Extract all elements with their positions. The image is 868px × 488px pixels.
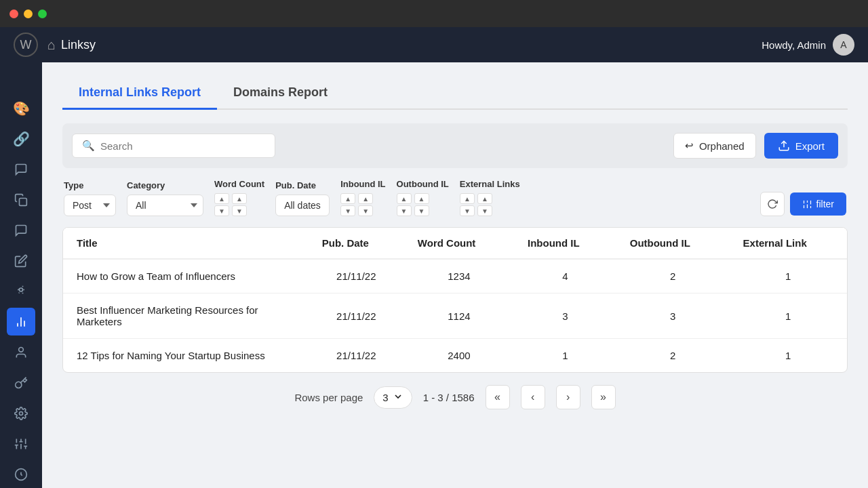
sidebar-item-pencil[interactable]	[7, 247, 35, 275]
inbound-down-2[interactable]: ▼	[358, 205, 373, 216]
topbar-right: Howdy, Admin A	[762, 34, 854, 56]
word-count-up[interactable]: ▲	[214, 193, 229, 204]
minimize-button[interactable]	[24, 9, 33, 18]
col-pub-date: Pub. Date	[309, 228, 404, 259]
external-up-2[interactable]: ▲	[477, 193, 492, 204]
sidebar-item-copy[interactable]	[7, 186, 35, 214]
rows-per-page-value: 3	[382, 392, 388, 403]
external-down[interactable]: ▼	[460, 205, 475, 216]
svg-rect-0	[20, 199, 27, 206]
pagination-bar: Rows per page 3 1 - 3 / 1586 « ‹ › »	[62, 373, 848, 412]
sidebar: 🎨 🔗	[0, 27, 42, 488]
category-select[interactable]: All Category 1	[127, 195, 203, 216]
cell-pub-date-2: 21/11/22	[309, 339, 404, 373]
pub-date-select[interactable]: All dates	[275, 195, 330, 216]
filter-type: Type Post Page	[64, 180, 116, 216]
sidebar-item-key[interactable]	[7, 369, 35, 396]
cell-external-0: 1	[730, 259, 847, 293]
maximize-button[interactable]	[38, 9, 47, 18]
cell-pub-date-0: 21/11/22	[309, 259, 404, 293]
outbound-up-2[interactable]: ▲	[414, 193, 429, 204]
inbound-up[interactable]: ▲	[340, 193, 355, 204]
external-down-2[interactable]: ▼	[477, 205, 492, 216]
prev-page-button[interactable]: ‹	[521, 385, 545, 409]
col-inbound-il: Inbound IL	[514, 228, 616, 259]
filter-outbound: Outbound IL ▲ ▼ ▲ ▼	[397, 179, 449, 216]
inbound-label: Inbound IL	[340, 179, 385, 189]
export-label: Export	[795, 140, 825, 152]
col-word-count: Word Count	[404, 228, 514, 259]
tabs: Internal Links Report Domains Report	[62, 79, 848, 110]
outbound-down-2[interactable]: ▼	[414, 205, 429, 216]
outbound-up[interactable]: ▲	[397, 193, 412, 204]
sidebar-item-palette[interactable]: 🎨	[7, 95, 35, 123]
word-count-up-2[interactable]: ▲	[232, 193, 247, 204]
search-box[interactable]: 🔍	[72, 134, 275, 158]
outbound-label: Outbound IL	[397, 179, 449, 189]
table-header-row: Title Pub. Date Word Count Inbound IL Ou…	[63, 228, 847, 259]
orphaned-button[interactable]: ↩ Orphaned	[673, 133, 756, 159]
rpp-chevron-icon	[393, 391, 403, 404]
sidebar-item-settings[interactable]	[7, 399, 35, 427]
export-icon	[778, 140, 790, 152]
first-page-button[interactable]: «	[486, 385, 510, 409]
cell-word-count-2: 2400	[404, 339, 514, 373]
col-title: Title	[63, 228, 309, 259]
inbound-down[interactable]: ▼	[340, 205, 355, 216]
topbar: W ⌂ Linksy Howdy, Admin A	[0, 27, 868, 62]
table-row[interactable]: 12 Tips for Naming Your Startup Business…	[63, 339, 847, 373]
cell-title-2: 12 Tips for Naming Your Startup Business	[63, 339, 309, 373]
word-count-down[interactable]: ▼	[214, 205, 229, 216]
cell-pub-date-1: 21/11/22	[309, 293, 404, 339]
sidebar-item-sliders[interactable]	[7, 430, 35, 458]
external-up[interactable]: ▲	[460, 193, 475, 204]
last-page-button[interactable]: »	[591, 385, 616, 409]
sidebar-item-chart[interactable]	[7, 308, 35, 336]
filter-pub-date: Pub. Date All dates	[275, 180, 330, 216]
rows-per-page-select[interactable]: 3	[374, 386, 412, 409]
filter-category: Category All Category 1	[127, 180, 203, 216]
cell-title-0: How to Grow a Team of Influencers	[63, 259, 309, 293]
table-row[interactable]: Best Influencer Marketing Resources for …	[63, 293, 847, 339]
sidebar-item-magic[interactable]	[7, 278, 35, 306]
avatar[interactable]: A	[833, 34, 854, 56]
type-select[interactable]: Post Page	[64, 195, 116, 216]
reset-button[interactable]	[760, 192, 785, 216]
filter-inbound: Inbound IL ▲ ▼ ▲ ▼	[340, 179, 385, 216]
tab-internal-links[interactable]: Internal Links Report	[62, 79, 217, 110]
pub-date-label: Pub. Date	[275, 180, 330, 190]
app-name: ⌂ Linksy	[47, 37, 96, 53]
cell-inbound-1: 3	[514, 293, 616, 339]
external-label: External Links	[460, 179, 520, 189]
sidebar-item-messages[interactable]	[7, 156, 35, 184]
word-count-down-2[interactable]: ▼	[232, 205, 247, 216]
next-page-button[interactable]: ›	[556, 385, 580, 409]
page-info: 1 - 3 / 1586	[423, 392, 475, 403]
cell-word-count-0: 1234	[404, 259, 514, 293]
outbound-down[interactable]: ▼	[397, 205, 412, 216]
title-bar	[0, 0, 868, 27]
close-button[interactable]	[9, 9, 18, 18]
sidebar-item-comment[interactable]	[7, 217, 35, 245]
home-icon: ⌂	[47, 37, 56, 53]
inbound-up-2[interactable]: ▲	[358, 193, 373, 204]
tab-domains[interactable]: Domains Report	[217, 79, 344, 110]
cell-title-1: Best Influencer Marketing Resources for …	[63, 293, 309, 339]
export-button[interactable]: Export	[764, 133, 838, 159]
orphaned-label: Orphaned	[699, 140, 745, 152]
sidebar-item-user[interactable]	[7, 338, 35, 366]
search-input[interactable]	[100, 140, 265, 152]
word-count-spinners-2: ▲ ▼	[232, 193, 247, 216]
user-greeting: Howdy, Admin	[762, 39, 826, 51]
filter-button[interactable]: filter	[790, 192, 846, 216]
table-row[interactable]: How to Grow a Team of Influencers 21/11/…	[63, 259, 847, 293]
cell-inbound-2: 1	[514, 339, 616, 373]
wordpress-logo: W	[14, 33, 38, 57]
word-count-label: Word Count	[214, 179, 264, 189]
sidebar-item-links[interactable]: 🔗	[7, 125, 35, 153]
sidebar-item-circle[interactable]	[7, 460, 35, 488]
col-external-link: External Link	[730, 228, 847, 259]
col-outbound-il: Outbound IL	[616, 228, 730, 259]
cell-external-1: 1	[730, 293, 847, 339]
word-count-spinners: ▲ ▼	[214, 193, 229, 216]
